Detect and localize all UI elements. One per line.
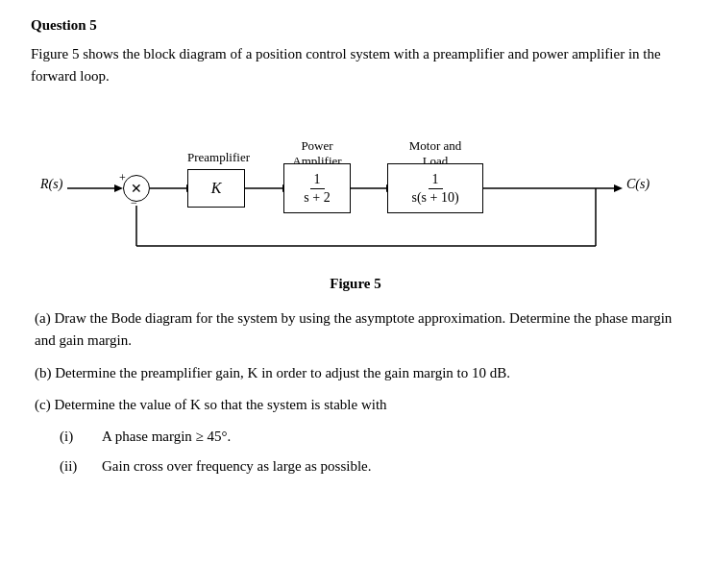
part-b-label: (b) <box>35 365 52 380</box>
ml-block: 1 s(s + 10) <box>387 163 483 213</box>
cs-label: C(s) <box>626 177 650 192</box>
part-a-label: (a) <box>35 310 51 326</box>
question-title: Question 5 <box>31 17 680 34</box>
part-c: (c) Determine the value of K so that the… <box>31 394 680 416</box>
summing-junction: ✕ <box>123 175 150 202</box>
sub-i-text: A phase margin ≥ 45°. <box>102 426 231 448</box>
sub-ii-label: (ii) <box>60 455 86 478</box>
block-diagram: R(s) + − ✕ Preamplifier K Power Amplifie… <box>38 104 673 272</box>
intro-text: Figure 5 shows the block diagram of a po… <box>31 43 680 86</box>
k-block: K <box>187 169 245 208</box>
figure-caption: Figure 5 <box>31 276 680 292</box>
part-a-text: Draw the Bode diagram for the system by … <box>35 310 672 348</box>
part-b-text: Determine the preamplifier gain, K in or… <box>55 365 510 380</box>
preamplifier-label: Preamplifier <box>187 150 250 165</box>
part-c-text: Determine the value of K so that the sys… <box>54 397 386 412</box>
part-b: (b) Determine the preamplifier gain, K i… <box>31 362 680 384</box>
sub-i-label: (i) <box>60 426 86 448</box>
part-a: (a) Draw the Bode diagram for the system… <box>31 307 680 353</box>
sub-part-i: (i) A phase margin ≥ 45°. <box>31 426 680 448</box>
pa-block: 1 s + 2 <box>283 163 351 213</box>
rs-label: R(s) <box>40 177 62 192</box>
svg-marker-1 <box>114 184 123 192</box>
sub-ii-text: Gain cross over frequency as large as po… <box>102 455 371 478</box>
part-c-label: (c) <box>35 397 51 412</box>
svg-marker-9 <box>614 184 623 192</box>
sub-part-ii: (ii) Gain cross over frequency as large … <box>31 455 680 478</box>
